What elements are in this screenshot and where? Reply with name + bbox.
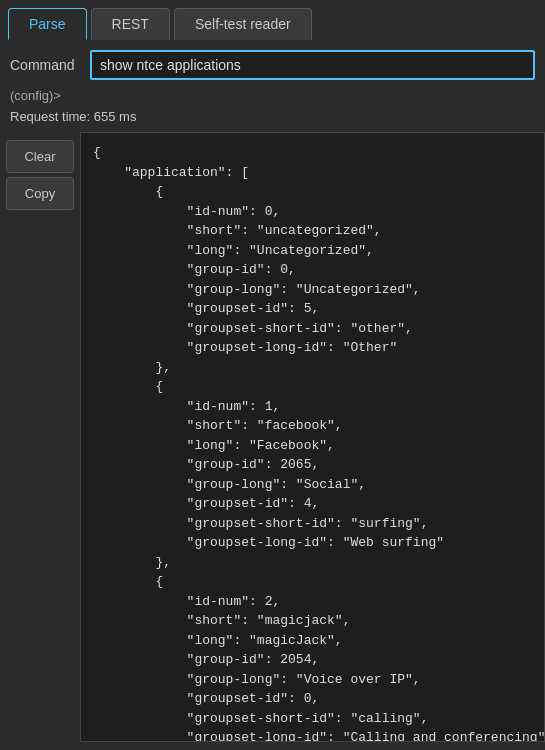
command-row: Command — [0, 40, 545, 86]
main-area: Clear Copy { "application": [ { "id-num"… — [0, 132, 545, 742]
tab-rest[interactable]: REST — [91, 8, 170, 40]
tab-self-test-reader[interactable]: Self-test reader — [174, 8, 312, 40]
copy-button[interactable]: Copy — [6, 177, 74, 210]
tab-bar: Parse REST Self-test reader — [0, 0, 545, 40]
command-label: Command — [10, 57, 80, 73]
config-prompt: (config)> — [0, 86, 545, 107]
request-time: Request time: 655 ms — [0, 107, 545, 132]
clear-button[interactable]: Clear — [6, 140, 74, 173]
tab-parse[interactable]: Parse — [8, 8, 87, 40]
side-buttons: Clear Copy — [0, 132, 80, 742]
command-input[interactable] — [90, 50, 535, 80]
json-output: { "application": [ { "id-num": 0, "short… — [80, 132, 545, 742]
